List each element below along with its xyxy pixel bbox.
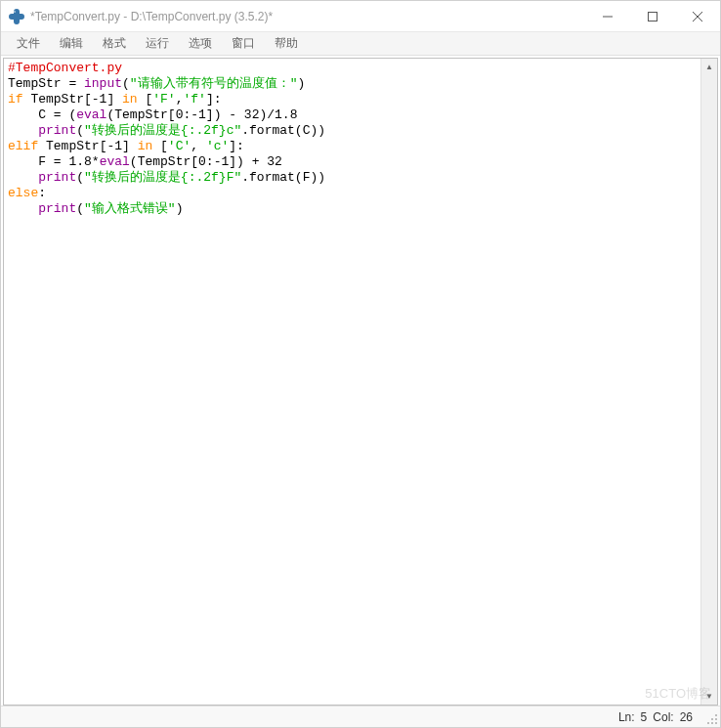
svg-point-10 [715, 722, 717, 724]
status-col-value: 26 [680, 710, 693, 724]
editor-container: #TempConvert.py TempStr = input("请输入带有符号… [3, 58, 718, 706]
code-string: "转换后的温度是{:.2f}F" [84, 170, 241, 185]
code-text: ]: [206, 92, 222, 107]
window-title: *TempConvert.py - D:\TempConvert.py (3.5… [30, 10, 585, 23]
code-text: [ [152, 139, 168, 153]
code-text: .format(F)) [241, 170, 325, 185]
menu-format[interactable]: 格式 [95, 33, 134, 54]
code-text: .format(C)) [241, 123, 325, 138]
code-keyword: in [122, 92, 138, 107]
code-text: ( [76, 201, 84, 216]
code-text: (TempStr[0:-1]) - 32)/1.8 [106, 107, 297, 122]
code-text: : [38, 186, 46, 200]
code-text [8, 170, 38, 185]
status-ln-label: Ln: [618, 710, 635, 724]
menu-window[interactable]: 窗口 [224, 33, 263, 54]
code-string: 'F' [152, 92, 175, 107]
code-keyword: in [138, 139, 153, 153]
scroll-up-icon[interactable]: ▲ [701, 59, 717, 75]
code-text: F = 1.8* [8, 154, 100, 169]
code-string: 'c' [206, 139, 229, 153]
vertical-scrollbar[interactable]: ▲ ▼ [700, 59, 717, 705]
code-string: "输入格式错误" [84, 201, 176, 216]
resize-grip-icon[interactable] [704, 711, 718, 725]
code-builtin: eval [76, 107, 106, 122]
code-text: ( [76, 170, 84, 185]
code-text: TempStr = [8, 76, 84, 91]
code-builtin: input [84, 76, 122, 91]
status-ln-value: 5 [641, 710, 648, 724]
menu-help[interactable]: 帮助 [267, 33, 306, 54]
svg-rect-2 [649, 12, 657, 21]
menu-bar: 文件 编辑 格式 运行 选项 窗口 帮助 [1, 32, 720, 56]
svg-point-8 [707, 722, 709, 724]
code-text: (TempStr[0:-1]) + 32 [130, 154, 282, 169]
code-text: ]: [229, 139, 244, 153]
code-builtin: print [38, 201, 76, 216]
scroll-down-icon[interactable]: ▼ [701, 688, 717, 705]
code-string: "请输入带有符号的温度值：" [130, 76, 298, 91]
code-keyword: if [8, 92, 23, 107]
code-string: "转换后的温度是{:.2f}c" [84, 123, 241, 138]
menu-options[interactable]: 选项 [181, 33, 220, 54]
close-button[interactable] [675, 1, 720, 31]
menu-edit[interactable]: 编辑 [52, 33, 91, 54]
code-text [8, 123, 38, 138]
code-text: ) [176, 201, 184, 216]
svg-point-6 [711, 718, 713, 720]
code-string: 'C' [168, 139, 191, 153]
code-text: [ [138, 92, 153, 107]
code-text: ( [122, 76, 130, 91]
code-text: C = ( [8, 107, 76, 122]
code-comment: #TempConvert.py [8, 61, 122, 75]
code-keyword: elif [8, 139, 38, 153]
menu-file[interactable]: 文件 [9, 33, 48, 54]
code-string: 'f' [183, 92, 205, 107]
window-controls [585, 1, 720, 31]
code-editor[interactable]: #TempConvert.py TempStr = input("请输入带有符号… [4, 59, 700, 705]
code-text: ) [297, 76, 305, 91]
status-bar: Ln: 5 Col: 26 [1, 706, 720, 727]
svg-point-0 [14, 11, 16, 13]
code-keyword: else [8, 186, 38, 200]
code-text: ( [76, 123, 84, 138]
status-col-label: Col: [653, 710, 673, 724]
maximize-button[interactable] [630, 1, 675, 31]
code-builtin: print [38, 123, 76, 138]
minimize-button[interactable] [585, 1, 630, 31]
menu-run[interactable]: 运行 [138, 33, 177, 54]
svg-point-9 [711, 722, 713, 724]
code-text: TempStr[-1] [38, 139, 137, 153]
code-text: TempStr[-1] [23, 92, 122, 107]
code-text: , [191, 139, 206, 153]
svg-point-5 [715, 714, 717, 716]
code-builtin: print [38, 170, 76, 185]
code-text [8, 201, 38, 216]
svg-point-7 [715, 718, 717, 720]
code-builtin: eval [100, 154, 130, 169]
title-bar: *TempConvert.py - D:\TempConvert.py (3.5… [1, 1, 720, 32]
app-icon [9, 9, 24, 24]
